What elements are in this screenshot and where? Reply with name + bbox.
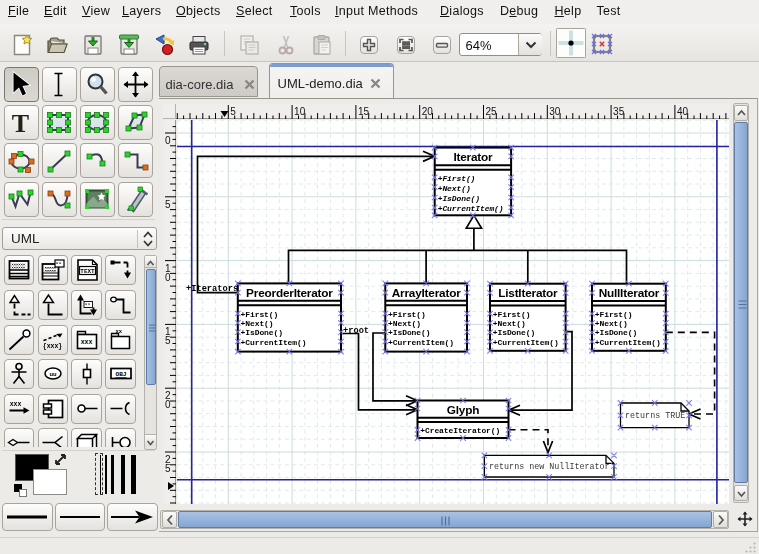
svg-text:+First(): +First(): [388, 310, 426, 319]
svg-text:+First(): +First(): [493, 310, 531, 319]
svg-text:T: T: [12, 109, 29, 138]
svg-text:+Next(): +Next(): [438, 184, 471, 193]
svg-text:+Next(): +Next(): [388, 319, 421, 328]
svg-text:returns TRUE: returns TRUE: [625, 411, 685, 421]
svg-text:5: 5: [165, 199, 171, 210]
svg-text:{xxx}: {xxx}: [42, 342, 62, 349]
svg-text:+First(): +First(): [241, 310, 279, 319]
svg-text:ArrayIterator: ArrayIterator: [392, 286, 461, 300]
svg-text:OBJ: OBJ: [115, 371, 126, 378]
svg-text:5: 5: [165, 335, 171, 346]
svg-text:xx: xx: [115, 328, 122, 335]
svg-text:35: 35: [613, 106, 625, 117]
svg-text:+Next(): +Next(): [595, 319, 628, 328]
svg-text:ListIterator: ListIterator: [498, 286, 558, 300]
svg-text:xxx: xxx: [80, 338, 92, 345]
svg-text:xxx: xxx: [9, 400, 21, 407]
svg-text:+CurrentItem(): +CurrentItem(): [438, 204, 504, 213]
svg-text:10: 10: [294, 106, 306, 117]
svg-text:+CurrentItem(): +CurrentItem(): [595, 338, 661, 347]
svg-text:+CurrentItem(): +CurrentItem(): [388, 338, 454, 347]
svg-text:0: 0: [165, 399, 171, 410]
svg-text:+root: +root: [343, 326, 369, 336]
svg-text:+IsDone(): +IsDone(): [595, 328, 637, 337]
svg-text:30: 30: [549, 106, 561, 117]
svg-text:5: 5: [165, 463, 171, 474]
svg-text:20: 20: [422, 106, 434, 117]
svg-text:+IsDone(): +IsDone(): [493, 328, 535, 337]
svg-text:+IsDone(): +IsDone(): [241, 328, 283, 337]
svg-text:PreorderIterator: PreorderIterator: [246, 286, 333, 300]
svg-text:0: 0: [165, 135, 171, 146]
svg-text:+CurrentItem(): +CurrentItem(): [493, 338, 559, 347]
svg-text:+Next(): +Next(): [493, 319, 526, 328]
svg-text:+Next(): +Next(): [241, 319, 274, 328]
svg-text:+IsDone(): +IsDone(): [438, 194, 480, 203]
svg-text:+CreateIterator(): +CreateIterator(): [420, 426, 500, 435]
svg-text:Iterator: Iterator: [453, 150, 493, 164]
svg-text:+IsDone(): +IsDone(): [388, 328, 430, 337]
svg-text:+First(): +First(): [595, 310, 633, 319]
svg-text:+CurrentItem(): +CurrentItem(): [241, 338, 307, 347]
svg-text:TEXT: TEXT: [80, 268, 95, 275]
svg-text:returns new NullIterator: returns new NullIterator: [489, 462, 610, 472]
svg-text:Glyph: Glyph: [447, 403, 479, 417]
svg-text:+Iterators: +Iterators: [186, 284, 238, 294]
svg-text:25: 25: [486, 106, 498, 117]
svg-text:0: 0: [165, 272, 171, 283]
svg-text:uu: uu: [49, 371, 57, 378]
svg-text:5: 5: [230, 106, 236, 117]
svg-text:15: 15: [358, 106, 370, 117]
svg-text:40: 40: [677, 106, 689, 117]
svg-text:NullIterator: NullIterator: [599, 286, 660, 300]
svg-text:+First(): +First(): [438, 174, 476, 183]
